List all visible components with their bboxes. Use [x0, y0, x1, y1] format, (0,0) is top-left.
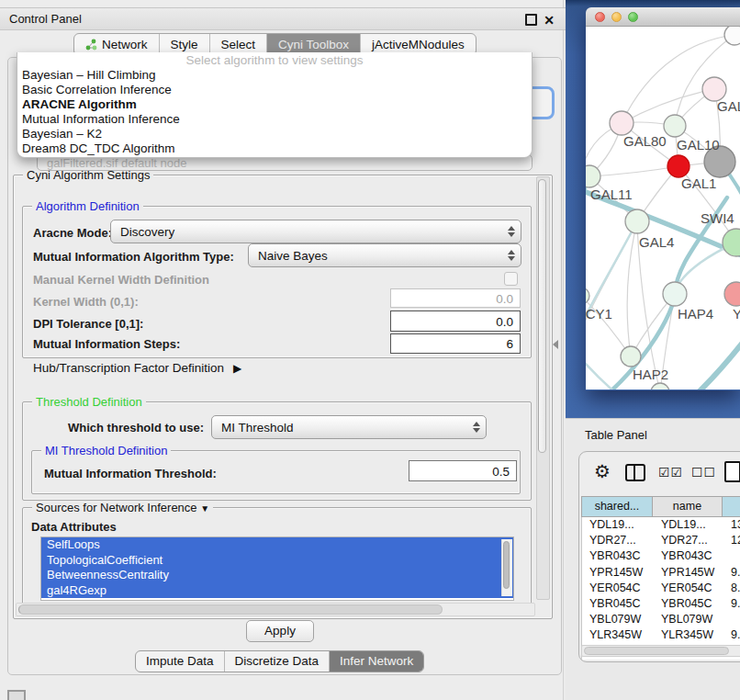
- document-icon[interactable]: [724, 461, 740, 482]
- network-icon: [85, 39, 97, 51]
- bottom-tab-impute-data[interactable]: Impute Data: [136, 651, 224, 672]
- table-row[interactable]: YER054CYER054C8.: [582, 581, 740, 596]
- table-horizontal-scrollbar[interactable]: [581, 645, 740, 657]
- table-header-row: shared...nameA: [581, 496, 740, 517]
- stepper-icon: [472, 422, 480, 433]
- node-gal80-label: GAL80: [623, 133, 667, 149]
- network-edge[interactable]: [627, 221, 637, 356]
- algorithm-definition-title: Algorithm Definition: [32, 199, 143, 213]
- attribute-item-betweennesscentrality[interactable]: BetweennessCentrality: [41, 568, 513, 583]
- node-gal1[interactable]: [667, 155, 690, 177]
- column-header-name[interactable]: name: [653, 496, 723, 517]
- column-header-a[interactable]: A: [723, 496, 740, 517]
- table-row[interactable]: YLR345WYLR345W9.: [582, 627, 740, 643]
- table-cell: [723, 612, 740, 627]
- node-swi4[interactable]: [723, 229, 740, 256]
- deselect-all-checks-icon[interactable]: ☐☐: [691, 465, 716, 480]
- select-all-checks-icon[interactable]: ☑☑: [658, 465, 683, 480]
- control-panel-title: Control Panel: [9, 12, 82, 26]
- mi-algorithm-type-label: Mutual Information Algorithm Type:: [33, 250, 234, 264]
- table-cell: YDL19...: [582, 517, 654, 533]
- node-gal1-label: GAL1: [681, 175, 716, 191]
- attribute-item-gal4rgexp[interactable]: gal4RGexp: [41, 583, 513, 599]
- table-row[interactable]: YPR145WYPR145W9.: [582, 565, 740, 581]
- which-threshold-value: MI Threshold: [221, 421, 472, 435]
- collapse-panel-arrow-icon[interactable]: [553, 340, 558, 349]
- algorithm-item-bayesian-hill-climbing[interactable]: Bayesian – Hill Climbing: [17, 68, 532, 83]
- network-edge[interactable]: [687, 339, 740, 390]
- node-bottom-partial[interactable]: [651, 383, 669, 390]
- network-canvas[interactable]: GALGAL80GAL10GAL1GAL11SWI4GAL4GCY1HAP4YH…: [586, 27, 740, 390]
- close-traffic-icon[interactable]: [595, 12, 605, 22]
- cyni-bottom-tabs: Impute DataDiscretize DataInfer Network: [135, 650, 424, 672]
- list-scrollbar[interactable]: [501, 539, 512, 596]
- table-row[interactable]: YBL079WYBL079W: [582, 612, 740, 627]
- node-gal4[interactable]: [625, 209, 649, 233]
- table-cell: YBR045C: [582, 596, 654, 612]
- column-header-shared[interactable]: shared...: [581, 496, 653, 517]
- minimize-traffic-icon[interactable]: [611, 12, 622, 22]
- node-gal80[interactable]: [610, 111, 633, 135]
- panel-divider: [563, 0, 564, 700]
- table-row[interactable]: YDR27...YDR27...12: [582, 533, 740, 548]
- algorithm-item-dream8-dc-tdc-algorithm[interactable]: Dream8 DC_TDC Algorithm: [17, 141, 532, 156]
- mi-steps-input[interactable]: 6: [390, 333, 521, 354]
- control-panel: Control Panel ✕ NetworkStyleSelectCyni T…: [0, 0, 566, 700]
- algorithm-item-mutual-information-inference[interactable]: Mutual Information Inference: [17, 112, 532, 127]
- network-edge[interactable]: [589, 166, 678, 176]
- apply-button[interactable]: Apply: [246, 620, 314, 642]
- which-threshold-select[interactable]: MI Threshold: [211, 415, 487, 439]
- control-panel-titlebar: Control Panel ✕: [0, 7, 566, 30]
- mi-algorithm-type-select[interactable]: Naive Bayes: [248, 243, 521, 267]
- data-attributes-list[interactable]: SelfLoopsTopologicalCoefficientBetweenne…: [40, 536, 514, 601]
- bottom-tab-discretize-data[interactable]: Discretize Data: [224, 651, 330, 672]
- table-cell: 9.: [723, 627, 740, 643]
- hub-label: Hub/Transcription Factor Definition: [33, 361, 224, 375]
- node-top-partial[interactable]: [724, 27, 740, 45]
- settings-horizontal-scrollbar[interactable]: [16, 603, 535, 616]
- table-panel-region: Table Panel ⚙ ☑☑ ☐☐ shared...nameA YDL19…: [566, 418, 740, 700]
- table-cell: YDR27...: [582, 533, 654, 548]
- table-cell: YER054C: [654, 581, 723, 596]
- aracne-mode-label: Aracne Mode:: [33, 226, 112, 240]
- attribute-item-selfloops[interactable]: SelfLoops: [41, 537, 513, 553]
- columns-icon[interactable]: [625, 464, 645, 481]
- aracne-mode-select[interactable]: Discovery: [110, 220, 521, 243]
- table-row[interactable]: YDL19...YDL19...13: [582, 517, 740, 533]
- node-hap4[interactable]: [663, 282, 687, 306]
- sources-group-title[interactable]: Sources for Network Inference ▼: [32, 501, 213, 514]
- network-view-window[interactable]: GALGAL80GAL10GAL1GAL11SWI4GAL4GCY1HAP4YH…: [586, 7, 740, 390]
- kernel-width-label: Kernel Width (0,1):: [33, 295, 139, 309]
- mi-threshold-input[interactable]: 0.5: [409, 460, 517, 481]
- algorithm-item-bayesian-k2[interactable]: Bayesian – K2: [17, 127, 532, 141]
- table-cell: YBR045C: [654, 596, 723, 612]
- gear-icon[interactable]: ⚙: [594, 460, 611, 482]
- zoom-traffic-icon[interactable]: [628, 12, 638, 22]
- network-edge[interactable]: [586, 198, 727, 390]
- bottom-corner-icon[interactable]: [7, 690, 26, 700]
- manual-kernel-width-label: Manual Kernel Width Definition: [33, 273, 209, 287]
- stepper-icon: [507, 250, 515, 261]
- table-row[interactable]: YBR045CYBR045C9.: [582, 596, 740, 612]
- node-y-right[interactable]: [724, 282, 740, 306]
- algorithm-item-aracne-algorithm[interactable]: ARACNE Algorithm: [17, 97, 532, 112]
- node-gcy1[interactable]: [586, 288, 589, 304]
- hub-transcription-factor-expander[interactable]: Hub/Transcription Factor Definition▶: [33, 361, 241, 375]
- node-hap4-label: HAP4: [678, 306, 713, 322]
- settings-vertical-scrollbar[interactable]: [536, 176, 550, 600]
- bottom-tab-infer-network[interactable]: Infer Network: [329, 651, 423, 672]
- network-window-titlebar[interactable]: [586, 7, 740, 27]
- node-hap2[interactable]: [621, 346, 641, 367]
- node-gal10[interactable]: [664, 115, 686, 137]
- attribute-item-topologicalcoefficient[interactable]: TopologicalCoefficient: [41, 553, 513, 569]
- table-row[interactable]: YBR043CYBR043C: [582, 548, 740, 564]
- float-window-icon[interactable]: [525, 14, 537, 26]
- kernel-width-input[interactable]: 0.0: [390, 288, 521, 308]
- algorithm-item-basic-correlation-inference[interactable]: Basic Correlation Inference: [17, 83, 532, 97]
- manual-kernel-width-checkbox[interactable]: [504, 272, 518, 286]
- node-gal4-label: GAL4: [639, 234, 674, 250]
- table-cell: YLR345W: [654, 627, 723, 643]
- mi-algorithm-type-value: Naive Bayes: [258, 249, 507, 263]
- dpi-tolerance-input[interactable]: 0.0: [390, 310, 521, 332]
- close-icon[interactable]: ✕: [544, 10, 555, 31]
